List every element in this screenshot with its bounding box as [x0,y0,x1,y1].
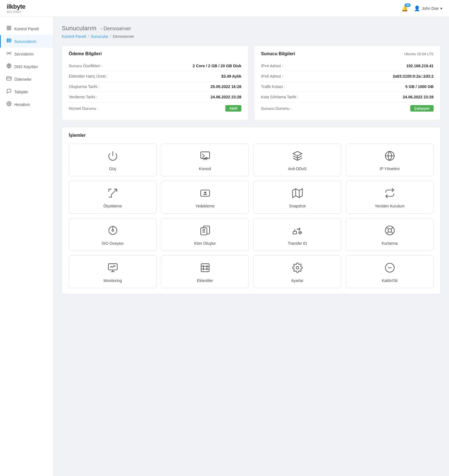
sidebar-item-dns-kayitlari[interactable]: DNS Kayıtları [0,60,53,73]
op-klon-olustur-label: Klon Oluştur [194,241,216,246]
op-monitoring-label: Monitoring [104,278,122,283]
message-icon [6,89,12,95]
page-title: Sunucularım - Demoserver [62,25,441,32]
op-kurtarma-label: Kurtarma [382,241,398,246]
svg-point-54 [296,266,299,269]
op-yedekleme[interactable]: Yedekleme [161,181,249,214]
svg-line-45 [386,232,388,234]
op-anti-ddos[interactable]: Anti-DDoS [253,144,341,176]
op-monitoring[interactable]: Monitoring [69,255,157,288]
op-snapshot[interactable]: Snapshot [253,181,341,214]
sidebar-label-sunucularim: Sunucularım [14,39,36,44]
credit-card-icon [6,76,12,82]
scale-icon [107,188,118,200]
sidebar-item-hesabim[interactable]: Hesabım [0,98,53,111]
sidebar-item-servislerim[interactable]: Servislerim [0,48,53,60]
iso-icon [107,225,118,237]
ddos-icon [292,151,303,163]
svg-line-44 [391,227,393,229]
delete-icon [384,262,395,274]
op-ip-yonetimi[interactable]: IP Yönetimi [346,144,434,176]
operations-card: İşlemler Güç Konsol [62,127,441,294]
settings-op-icon [292,262,303,274]
aktif-badge: Aktif [225,105,241,112]
payment-card-header: Ödeme Bilgileri [69,51,241,56]
svg-rect-53 [201,264,209,272]
op-kurtarma[interactable]: Kurtarma [346,218,434,251]
sidebar: Kontrol Paneli Sunucularım Servislerim D… [0,17,53,476]
svg-rect-13 [7,77,12,80]
svg-rect-0 [7,26,8,27]
op-guc[interactable]: Güç [69,144,157,176]
breadcrumb-sep-1: / [88,34,89,39]
svg-rect-33 [201,228,207,235]
sidebar-label-servislerim: Servislerim [14,52,34,56]
payment-row-1: Eklentiler Hariç Ücret : $3.49 Aylık [69,71,241,82]
gear-icon [6,101,12,108]
user-icon: 👤 [414,5,420,11]
sidebar-item-sunucularim[interactable]: Sunucularım [0,35,53,48]
sidebar-label-talepler: Talepler [14,90,28,94]
op-konsol[interactable]: Konsol [161,144,249,176]
server-row-0: IPv4 Adresi : 192.168.219.41 [261,61,434,71]
header-right: 🔔 32 👤 John Doe ▾ [401,5,442,12]
breadcrumb-link-kontrol-paneli[interactable]: Kontrol Paneli [62,34,86,39]
extensions-icon [200,262,210,274]
op-eklentiler-label: Eklentiler [197,278,213,283]
breadcrumb-current: Demoserver [113,34,134,39]
op-eklentiler[interactable]: Eklentiler [161,255,249,288]
power-icon [107,151,118,163]
op-snapshot-label: Snapshot [289,204,306,208]
op-transfer-et[interactable]: Transfer Et [253,218,341,251]
op-klon-olustur[interactable]: Klon Oluştur [161,218,249,251]
backup-icon [200,188,210,200]
operations-grid: Güç Konsol Anti-DDoS [69,144,434,288]
svg-point-9 [8,41,8,42]
op-iso-dosyasi[interactable]: ISO Dosyası [69,218,157,251]
user-name: John Doe [422,6,439,11]
sidebar-label-kontrol-paneli: Kontrol Paneli [14,27,39,31]
globe-icon [6,63,12,70]
snapshot-icon [292,188,303,200]
server-row-1: IPv6 Adresi : 2a03:2100:0:2a::2d3:2 [261,71,434,82]
op-guc-label: Güç [109,167,116,171]
reinstall-icon [384,188,395,200]
sidebar-item-odemeler[interactable]: Ödemeler [0,73,53,86]
notification-bell[interactable]: 🔔 32 [401,5,408,12]
op-yedekleme-label: Yedekleme [195,204,215,208]
sidebar-item-kontrol-paneli[interactable]: Kontrol Paneli [0,22,53,35]
svg-rect-3 [10,29,11,30]
op-ayarlar[interactable]: Ayarlar [253,255,341,288]
payment-row-3: Yenileme Tarihi : 24.06.2022 23:28 [69,92,241,102]
op-kaldir-sil[interactable]: Kaldır/Sil [346,255,434,288]
svg-line-42 [386,227,388,229]
rescue-icon [384,225,395,237]
clone-icon [200,225,210,237]
user-menu[interactable]: 👤 John Doe ▾ [414,5,442,11]
info-cards-row: Ödeme Bilgileri Sunucu Özellikleri : 2 C… [62,45,441,120]
breadcrumb: Kontrol Paneli / Sunucular / Demoserver [62,34,441,39]
sidebar-label-odemeler: Ödemeler [14,77,31,82]
svg-rect-37 [293,231,297,234]
op-kaldir-sil-label: Kaldır/Sil [382,278,397,283]
sidebar-item-talepler[interactable]: Talepler [0,86,53,98]
op-yeniden-kurulum[interactable]: Yeniden Kurulum [346,181,434,214]
operations-title: İşlemler [69,133,434,138]
svg-point-41 [388,229,391,232]
op-ip-yonetimi-label: IP Yönetimi [380,167,400,171]
breadcrumb-link-sunucular[interactable]: Sunucular [91,34,108,39]
server-card-header: Sunucu Bilgileri Ubuntu 20.04 LTS [261,51,434,56]
payment-row-2: Oluşturma Tarihi : 25.05.2022 16:28 [69,82,241,92]
op-olcekleme[interactable]: Ölçekleme [69,181,157,214]
breadcrumb-sep-2: / [110,34,111,39]
op-konsol-label: Konsol [199,167,211,171]
svg-rect-2 [7,29,8,30]
server-row-4: Sunucu Durumu : Çalışıyor [261,102,434,114]
op-ayarlar-label: Ayarlar [291,278,303,283]
chevron-down-icon: ▾ [440,6,442,11]
header: ilkbyte 00110001 🔔 32 👤 John Doe ▾ [0,0,449,17]
main-content: Sunucularım - Demoserver Kontrol Paneli … [53,17,449,476]
svg-point-15 [8,103,10,105]
payment-row-4: Hizmet Durumu : Aktif [69,102,241,114]
logo: ilkbyte 00110001 [7,3,25,13]
